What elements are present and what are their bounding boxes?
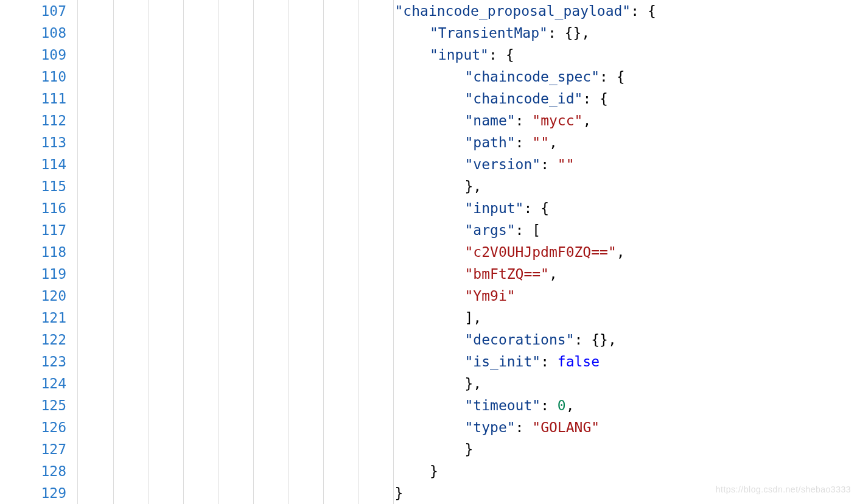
token-str: "" [532, 135, 549, 150]
token-key: "chaincode_spec" [465, 69, 600, 85]
line-number: 124 [0, 373, 66, 394]
token-key: "decorations" [465, 332, 575, 348]
code-line: "TransientMap": {}, [80, 22, 857, 44]
line-number: 111 [0, 88, 66, 110]
token-punct: }, [465, 376, 482, 391]
code-line: "is_init": false [80, 351, 857, 373]
token-punct: : { [631, 3, 656, 19]
line-number: 128 [0, 460, 66, 482]
code-line: "c2V0UHJpdmF0ZQ==", [80, 241, 857, 263]
code-line: "decorations": {}, [80, 329, 857, 351]
code-line: "args": [ [80, 219, 857, 241]
token-punct: , [582, 113, 591, 128]
watermark-text: https://blog.csdn.net/shebao3333 [716, 478, 851, 500]
line-number: 121 [0, 307, 66, 329]
token-punct: , [617, 244, 625, 260]
token-key: "is_init" [465, 354, 541, 369]
token-str: "GOLANG" [532, 419, 600, 435]
code-line: } [80, 438, 857, 460]
code-line: "version": "" [80, 153, 857, 175]
line-number: 115 [0, 175, 66, 197]
line-number: 112 [0, 110, 66, 131]
code-line: "Ym9i" [80, 285, 857, 307]
token-punct: : [516, 135, 533, 150]
token-punct: : {}, [575, 332, 617, 348]
code-editor: 1071081091101111121131141151161171181191… [0, 0, 857, 504]
token-key: "path" [465, 135, 516, 150]
line-number: 107 [0, 0, 66, 22]
token-key: "name" [465, 113, 516, 128]
code-line: "type": "GOLANG" [80, 416, 857, 438]
line-number: 127 [0, 438, 66, 460]
line-number: 116 [0, 197, 66, 219]
token-punct: : [540, 397, 558, 413]
token-str: "Ym9i" [465, 288, 516, 304]
token-punct: ], [465, 310, 482, 326]
line-number: 125 [0, 394, 66, 416]
token-key: "input" [465, 200, 524, 216]
line-number: 123 [0, 351, 66, 373]
code-line: "path": "", [80, 131, 857, 153]
code-line: "chaincode_proposal_payload": { [80, 0, 857, 22]
token-punct: : [540, 354, 558, 369]
token-key: "chaincode_id" [465, 91, 583, 107]
token-punct: : [ [516, 222, 541, 238]
token-punct: } [465, 441, 474, 457]
token-num: 0 [558, 397, 566, 413]
token-punct: , [549, 135, 558, 150]
line-number: 122 [0, 329, 66, 351]
line-number: 126 [0, 416, 66, 438]
token-key: "input" [430, 47, 489, 63]
code-line: "chaincode_id": { [80, 88, 857, 110]
line-number-gutter: 1071081091101111121131141151161171181191… [0, 0, 78, 504]
token-key: "TransientMap" [430, 25, 548, 41]
line-number: 119 [0, 263, 66, 285]
code-line: "input": { [80, 44, 857, 66]
line-number: 120 [0, 285, 66, 307]
token-key: "type" [465, 419, 516, 435]
code-line: "name": "mycc", [80, 110, 857, 131]
line-number: 108 [0, 22, 66, 44]
line-number: 117 [0, 219, 66, 241]
token-punct: : {}, [548, 25, 590, 41]
line-number: 114 [0, 153, 66, 175]
line-number: 109 [0, 44, 66, 66]
token-punct: : [516, 113, 533, 128]
token-punct: : [516, 419, 533, 435]
code-area: "chaincode_proposal_payload": {"Transien… [78, 0, 857, 504]
token-punct: : { [582, 91, 608, 107]
token-key: "timeout" [465, 397, 541, 413]
token-punct: }, [465, 178, 482, 194]
code-line: }, [80, 373, 857, 394]
code-line: "timeout": 0, [80, 394, 857, 416]
code-line: }, [80, 175, 857, 197]
token-punct: : { [523, 200, 549, 216]
line-number: 113 [0, 131, 66, 153]
token-key: "version" [465, 156, 541, 172]
code-line: "chaincode_spec": { [80, 66, 857, 88]
token-key: "chaincode_proposal_payload" [395, 3, 631, 19]
token-punct: , [566, 397, 575, 413]
line-number: 129 [0, 482, 66, 504]
token-punct: : [540, 156, 558, 172]
code-line: ], [80, 307, 857, 329]
token-str: "" [558, 156, 575, 172]
token-str: "bmFtZQ==" [465, 266, 549, 282]
token-str: "mycc" [532, 113, 582, 128]
token-str: "c2V0UHJpdmF0ZQ==" [465, 244, 617, 260]
line-number: 118 [0, 241, 66, 263]
token-punct: : { [489, 47, 514, 63]
token-punct: } [430, 463, 438, 479]
token-key: "args" [465, 222, 516, 238]
code-line: "input": { [80, 197, 857, 219]
token-punct: : { [600, 69, 625, 85]
token-kw: false [558, 354, 600, 369]
token-punct: } [395, 485, 404, 501]
token-punct: , [549, 266, 558, 282]
code-line: "bmFtZQ==", [80, 263, 857, 285]
line-number: 110 [0, 66, 66, 88]
